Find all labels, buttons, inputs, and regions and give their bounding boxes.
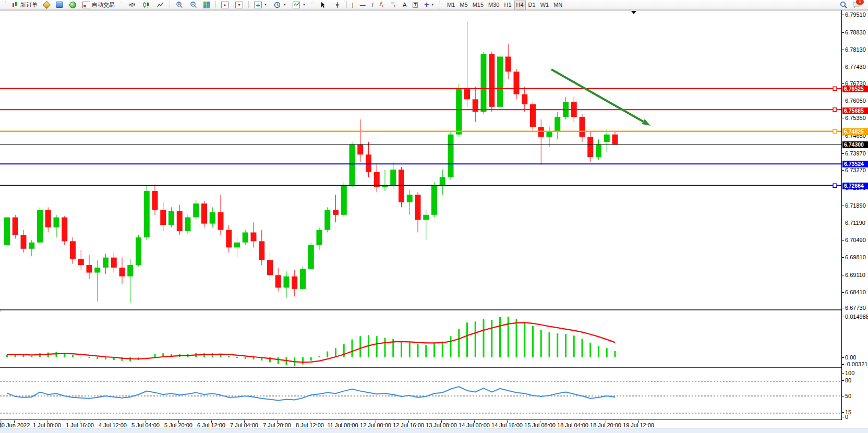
candle (538, 119, 544, 165)
rsi-tick (842, 380, 844, 381)
line-handle[interactable] (833, 129, 837, 133)
fibonacci-icon: ≡F (391, 1, 396, 8)
price-tick-label: 6.70490 (845, 237, 866, 243)
candle-body (111, 258, 117, 268)
rsi-tick (842, 396, 844, 396)
rsi-tick-label: 0 (845, 414, 848, 420)
vertical-line-tool-button[interactable]: | (349, 1, 356, 9)
timeframe-button-h1[interactable]: H1 (502, 1, 513, 9)
candle-body (374, 172, 380, 187)
horizontal-line-tool-button[interactable]: — (357, 1, 368, 9)
candle (94, 260, 100, 301)
tile-windows-icon (203, 2, 210, 8)
timeframe-button-h4[interactable]: H4 (514, 1, 526, 9)
line-handle[interactable] (833, 184, 837, 187)
candle (431, 182, 437, 217)
periods-button[interactable]: ▼ (271, 1, 289, 9)
candle (505, 44, 511, 79)
trend-arrow[interactable] (551, 69, 650, 126)
line-handle[interactable] (833, 108, 837, 112)
candle-body (234, 243, 240, 248)
candle-body (177, 211, 183, 232)
candle (317, 227, 322, 250)
candle-chart-mode-button[interactable] (140, 1, 153, 9)
candle (251, 222, 257, 247)
text-tool-button[interactable]: A (400, 1, 409, 9)
candle-body (267, 260, 273, 275)
pane-separator (0, 419, 841, 420)
candle (267, 252, 273, 280)
timeframe-button-m15[interactable]: M15 (471, 1, 486, 9)
candle-body (390, 170, 396, 186)
date-label: 13 Jul 08:00 (426, 422, 457, 428)
candle (580, 114, 585, 142)
timeframe-button-m5[interactable]: M5 (457, 1, 469, 9)
status-bar (0, 428, 868, 433)
signals-button[interactable] (67, 1, 79, 9)
cursor-tool-button[interactable] (317, 1, 330, 9)
candle (456, 84, 462, 137)
new-order-button[interactable]: 新订单 (8, 1, 40, 9)
chevron-down-icon: ▼ (283, 3, 286, 6)
timeframe-button-mn[interactable]: MN (551, 1, 564, 9)
channel-tool-button[interactable]: ⫽E (377, 1, 388, 9)
candle-body (604, 135, 610, 142)
trendline-tool-button[interactable]: / (369, 1, 376, 9)
candle-body (292, 276, 297, 289)
price-tick-label: 6.75350 (845, 115, 866, 121)
auto-trading-button[interactable]: 自动交易 (80, 1, 117, 9)
zoom-in-button[interactable] (173, 1, 186, 9)
chart-shift-marker[interactable] (631, 11, 636, 14)
fibonacci-tool-button[interactable]: ≡F (388, 1, 399, 9)
candle-body (136, 237, 141, 265)
cascade-windows-button[interactable]: ▾ (233, 1, 246, 9)
arrows-tool-button[interactable]: ✚▼ (421, 1, 437, 9)
rsi-tick (842, 373, 844, 374)
timeframe-button-m1[interactable]: M1 (445, 1, 457, 9)
price-tick-label: 6.73970 (845, 150, 866, 157)
rsi-canvas[interactable] (0, 368, 842, 420)
new-order-icon (11, 1, 19, 9)
candle-body (349, 145, 355, 185)
arrange-charts-button[interactable]: ▸ (219, 1, 232, 9)
toolbar-grip[interactable] (311, 2, 314, 8)
line-chart-mode-button[interactable] (154, 1, 167, 9)
main-chart-canvas[interactable] (0, 10, 842, 310)
crosshair-tool-button[interactable] (331, 1, 344, 9)
tile-windows-button[interactable] (201, 1, 213, 9)
bar-chart-mode-button[interactable] (126, 1, 139, 9)
candle-body (144, 191, 150, 237)
timeframe-button-w1[interactable]: W1 (538, 1, 551, 9)
candle (103, 254, 108, 274)
candle (275, 268, 281, 292)
line-handle[interactable] (833, 87, 837, 90)
price-tick-label: 6.79510 (845, 11, 866, 18)
toolbar-grip[interactable] (120, 2, 123, 8)
date-label: 6 Jul 12:00 (197, 422, 225, 428)
candle-body (481, 54, 487, 112)
toolbar-grip[interactable] (439, 2, 442, 8)
pane-separator[interactable] (0, 309, 841, 310)
candle-body (152, 191, 158, 210)
zoom-out-button[interactable] (187, 1, 200, 9)
candle (152, 185, 158, 215)
search-icon[interactable] (840, 1, 848, 9)
candle-body (464, 89, 470, 99)
notifications-icon[interactable]: 1 (853, 1, 861, 9)
timeframe-button-d1[interactable]: D1 (526, 1, 538, 9)
indicators-button[interactable]: ＋▼ (251, 1, 270, 9)
notification-badge: 1 (856, 0, 864, 5)
price-tick (842, 67, 844, 67)
toolbar-grip[interactable] (3, 2, 6, 8)
community-button[interactable] (53, 1, 66, 9)
templates-button[interactable]: ▼ (290, 1, 308, 9)
market-button[interactable] (41, 1, 52, 9)
candle (111, 252, 117, 273)
timeframe-button-m30[interactable]: M30 (486, 1, 501, 9)
date-label: 1 Jul 00:00 (33, 422, 61, 428)
price-tag: 6.74300 (842, 141, 868, 148)
candle (530, 102, 536, 132)
text-label-tool-button[interactable]: T (410, 1, 420, 9)
candle-body (78, 259, 84, 265)
macd-canvas[interactable] (0, 311, 842, 367)
